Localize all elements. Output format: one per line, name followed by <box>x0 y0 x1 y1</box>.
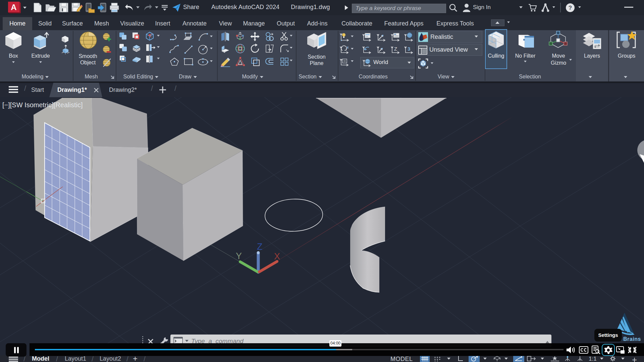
svg-text:x: x <box>347 46 349 49</box>
svg-text:Z: Z <box>257 242 263 252</box>
svg-text:X: X <box>274 251 280 261</box>
svg-text:Y: Y <box>236 251 242 261</box>
svg-text:Z: Z <box>394 46 397 52</box>
svg-text:3: 3 <box>408 46 410 52</box>
